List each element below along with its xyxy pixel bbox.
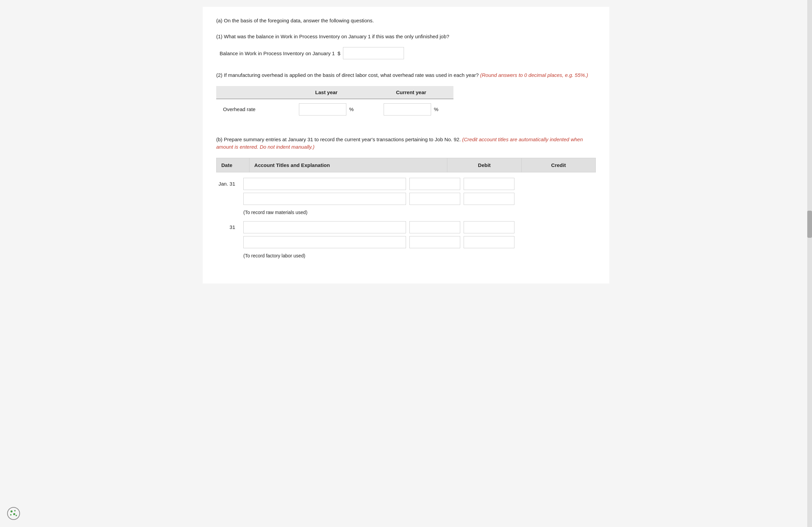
credit-input-1b[interactable]: [464, 193, 514, 205]
current-year-percent: %: [434, 106, 438, 112]
current-year-rate-input[interactable]: [383, 103, 431, 116]
overhead-table: Last year Current year Overhead rate %: [216, 86, 453, 120]
q2-note: (Round answers to 0 decimal places, e.g.…: [480, 72, 588, 78]
credit-input-2a[interactable]: [464, 221, 514, 234]
current-year-header: Current year: [369, 86, 453, 99]
journal-header-row: Date Account Titles and Explanation Debi…: [217, 158, 596, 172]
page-content: (a) On the basis of the foregoing data, …: [203, 7, 609, 284]
entry-row-2b: [216, 236, 596, 248]
debit-input-2b[interactable]: [409, 236, 460, 248]
credit-header: Credit: [522, 158, 596, 172]
last-year-rate-input[interactable]: [299, 103, 346, 116]
entry-group-2: 31 (To record factory labor used): [216, 221, 596, 262]
credit-input-1a[interactable]: [464, 178, 514, 190]
scrollbar-thumb[interactable]: [807, 211, 812, 238]
dollar-sign: $: [337, 50, 340, 56]
overhead-empty-header: [216, 86, 284, 99]
date-header: Date: [217, 158, 249, 172]
note-row-1: (To record raw materials used): [216, 208, 596, 219]
overhead-rate-label: Overhead rate: [216, 99, 284, 120]
journal-table: Date Account Titles and Explanation Debi…: [216, 158, 596, 172]
date-jan31: Jan. 31: [216, 181, 240, 186]
balance-input-row: Balance in Work in Process Inventory on …: [216, 47, 596, 59]
last-year-rate-cell: %: [284, 99, 369, 120]
credit-input-2b[interactable]: [464, 236, 514, 248]
account-input-2b[interactable]: [243, 236, 406, 248]
debit-input-1b[interactable]: [409, 193, 460, 205]
entry-row-1b: [216, 193, 596, 205]
account-input-2a[interactable]: [243, 221, 406, 234]
last-year-header: Last year: [284, 86, 369, 99]
account-input-1a[interactable]: [243, 178, 406, 190]
overhead-rate-row: Overhead rate % %: [216, 99, 453, 120]
debit-input-2a[interactable]: [409, 221, 460, 234]
current-year-rate-cell: %: [369, 99, 453, 120]
q1-text: (1) What was the balance in Work in Proc…: [216, 33, 596, 41]
account-header: Account Titles and Explanation: [249, 158, 447, 172]
balance-label: Balance in Work in Process Inventory on …: [220, 50, 335, 56]
last-year-percent: %: [349, 106, 353, 112]
entry-row-1a: Jan. 31: [216, 178, 596, 190]
scrollbar[interactable]: [807, 0, 812, 290]
debit-input-1a[interactable]: [409, 178, 460, 190]
entry-row-2a: 31: [216, 221, 596, 234]
date-31: 31: [216, 224, 240, 230]
part-a-intro-block: (a) On the basis of the foregoing data, …: [216, 17, 596, 25]
note-factory-labor: (To record factory labor used): [243, 251, 305, 262]
part-a-intro-text: (a) On the basis of the foregoing data, …: [216, 17, 596, 25]
debit-header: Debit: [447, 158, 522, 172]
q2-text: (2) If manufacturing overhead is applied…: [216, 72, 596, 79]
note-raw-materials: (To record raw materials used): [243, 208, 307, 219]
part-b-block: (b) Prepare summary entries at January 3…: [216, 136, 596, 262]
question-2-block: (2) If manufacturing overhead is applied…: [216, 72, 596, 120]
entry-group-1: Jan. 31 (To record raw materials used): [216, 178, 596, 219]
question-1-block: (1) What was the balance in Work in Proc…: [216, 33, 596, 60]
account-input-1b[interactable]: [243, 193, 406, 205]
balance-input[interactable]: [343, 47, 404, 59]
part-b-text: (b) Prepare summary entries at January 3…: [216, 136, 596, 151]
note-row-2: (To record factory labor used): [216, 251, 596, 262]
